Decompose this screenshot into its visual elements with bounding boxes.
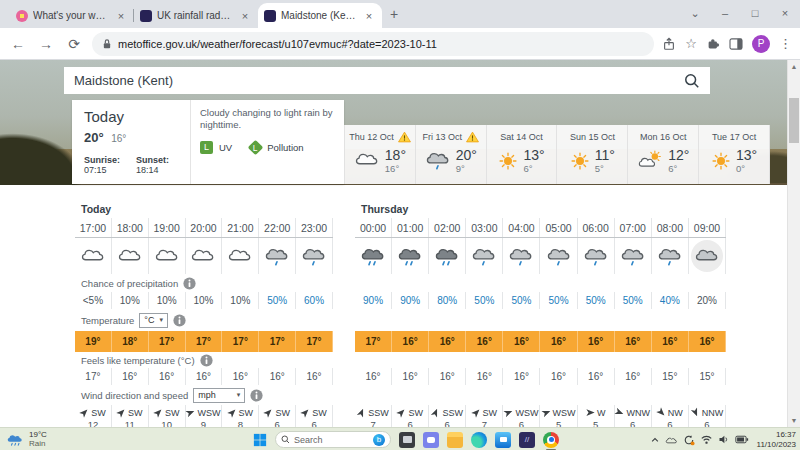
forward-icon[interactable]: → xyxy=(36,36,56,52)
edge-icon[interactable] xyxy=(471,432,487,448)
scrollbar-thumb[interactable] xyxy=(789,98,799,143)
wind-direction: SW xyxy=(483,408,498,418)
menu-dots-icon[interactable]: ⋮ xyxy=(779,36,792,51)
temp-cell: 19° xyxy=(75,331,112,352)
close-button[interactable]: × xyxy=(770,0,800,26)
feels-like-row: 16°16°16°16°16°16°16°16°15°15° xyxy=(355,368,726,385)
window-controls: ⌄ – □ × xyxy=(680,0,800,26)
time-cell: 08:00 xyxy=(652,218,689,237)
tab-search-icon[interactable]: ⌄ xyxy=(680,0,710,26)
address-bar[interactable]: metoffice.gov.uk/weather/forecast/u107ev… xyxy=(92,32,654,56)
maximize-button[interactable]: □ xyxy=(740,0,770,26)
precip-cell: 50% xyxy=(503,292,540,309)
chrome-icon[interactable] xyxy=(543,432,559,448)
extensions-icon[interactable] xyxy=(706,37,720,51)
reload-icon[interactable]: ⟳ xyxy=(64,36,84,52)
wind-speed: 11 xyxy=(125,419,135,427)
temp-cell: 16° xyxy=(578,331,615,352)
page-scrollbar[interactable]: ▲ ▼ xyxy=(787,60,800,427)
wind-speed: 6 xyxy=(275,419,280,427)
feels-cell: 16° xyxy=(149,368,186,385)
selected-hour-highlight[interactable] xyxy=(691,240,723,272)
info-icon[interactable] xyxy=(200,354,213,367)
tray-chevron-icon[interactable] xyxy=(650,435,660,445)
browser-tab-uk-rainfall-radar-map-met-offi[interactable]: UK rainfall radar map - Met Offi× xyxy=(134,3,258,28)
time-cell: 21:00 xyxy=(222,218,259,237)
temp-unit-select[interactable]: °C▾ xyxy=(139,313,168,328)
weather-icon-cell xyxy=(392,238,429,274)
day-tab-fri-13-oct[interactable]: Fri 13 Oct20°9° xyxy=(416,125,487,184)
day-tab-high-temp: 18° xyxy=(385,147,406,163)
scrollbar-up-icon[interactable]: ▲ xyxy=(788,63,800,70)
row-label xyxy=(355,352,726,368)
wifi-icon[interactable] xyxy=(700,434,713,445)
update-sync-icon[interactable] xyxy=(683,434,695,446)
day-tab-sat-14-oct[interactable]: Sat 14 Oct13°6° xyxy=(487,125,558,184)
side-panel-icon[interactable] xyxy=(729,38,743,50)
wind-speed: 7 xyxy=(370,419,375,427)
onedrive-icon[interactable] xyxy=(665,435,678,445)
info-icon[interactable] xyxy=(250,389,263,402)
start-button[interactable] xyxy=(253,433,267,447)
temp-cell: 16° xyxy=(429,331,466,352)
clipchamp-icon[interactable]: // xyxy=(519,432,535,448)
wind-cell: WSW9 xyxy=(186,405,223,427)
location-search-input[interactable] xyxy=(74,73,684,88)
browser-tab-what-s-your-weather-like-octob[interactable]: What's your weather Like Octob× xyxy=(10,3,134,28)
browser-tab-maidstone-kent-weather-met[interactable]: Maidstone (Kent) weather - Met× xyxy=(258,3,382,28)
scrollbar-down-icon[interactable]: ▼ xyxy=(788,417,800,424)
day-tab-date: Thu 12 Oct xyxy=(345,130,415,144)
wind-speed: 6 xyxy=(311,419,316,427)
time-row: 17:0018:0019:0020:0021:0022:0023:00 xyxy=(75,218,333,238)
bookmark-star-icon[interactable]: ☆ xyxy=(685,36,697,51)
row-label: Chance of precipitation xyxy=(75,274,333,292)
minimize-button[interactable]: – xyxy=(710,0,740,26)
day-tab-tue-17-oct[interactable]: Tue 17 Oct13°0° xyxy=(699,125,770,184)
back-icon[interactable]: ← xyxy=(8,36,28,52)
new-tab-button[interactable]: + xyxy=(382,2,406,26)
day-tab-high-temp: 13° xyxy=(523,147,544,163)
wind-arrow-icon xyxy=(152,406,165,419)
icon-row xyxy=(355,238,726,274)
tab-close-icon[interactable]: × xyxy=(238,10,252,22)
wind-unit-select[interactable]: mph▾ xyxy=(193,388,245,403)
feels-cell: 16° xyxy=(112,368,149,385)
tab-close-icon[interactable]: × xyxy=(362,10,376,22)
wind-arrow-icon xyxy=(655,406,668,419)
browser-window: What's your weather Like Octob×UK rainfa… xyxy=(0,0,800,427)
info-icon[interactable] xyxy=(183,277,196,290)
precip-cell: 90% xyxy=(355,292,392,309)
hourly-table-thursday: Thursday00:0001:0002:0003:0004:0005:0006… xyxy=(355,203,726,427)
time-cell: 19:00 xyxy=(149,218,186,237)
taskbar-weather-widget[interactable]: 19°C Rain xyxy=(6,430,47,448)
profile-avatar[interactable]: P xyxy=(752,35,770,53)
search-icon[interactable] xyxy=(684,73,700,89)
wind-cell: SW7 xyxy=(466,405,503,427)
taskbar-search[interactable]: Search b xyxy=(275,431,391,448)
day-tab-mon-16-oct[interactable]: Mon 16 Oct12°6° xyxy=(628,125,699,184)
file-explorer-icon[interactable] xyxy=(447,432,463,448)
precip-cell: 60% xyxy=(296,292,333,309)
store-icon[interactable] xyxy=(495,432,511,448)
sunset-block: Sunset: 18:14 xyxy=(136,155,169,175)
battery-icon[interactable] xyxy=(735,435,749,444)
weather-icon-cell xyxy=(540,238,577,274)
share-icon[interactable] xyxy=(662,37,676,51)
chat-icon[interactable] xyxy=(423,432,439,448)
info-icon[interactable] xyxy=(173,314,186,327)
volume-icon[interactable] xyxy=(718,434,730,445)
row-label-text: Chance of precipitation xyxy=(81,278,178,289)
day-tab-sun-15-oct[interactable]: Sun 15 Oct11°5° xyxy=(557,125,628,184)
day-tab-thu-12-oct[interactable]: Thu 12 Oct18°16° xyxy=(345,125,416,184)
taskbar-clock[interactable]: 16:37 11/10/2023 xyxy=(757,430,796,449)
metoffice-favicon-icon xyxy=(140,10,152,22)
tab-close-icon[interactable]: × xyxy=(114,10,128,22)
rain-light-icon xyxy=(264,245,290,268)
taskbar-search-icon xyxy=(281,435,290,444)
feels-cell: 16° xyxy=(392,368,429,385)
weather-icon-cell xyxy=(689,238,726,274)
feels-cell: 16° xyxy=(540,368,577,385)
task-view-icon[interactable] xyxy=(399,432,415,448)
time-cell: 06:00 xyxy=(578,218,615,237)
feels-cell: 16° xyxy=(615,368,652,385)
